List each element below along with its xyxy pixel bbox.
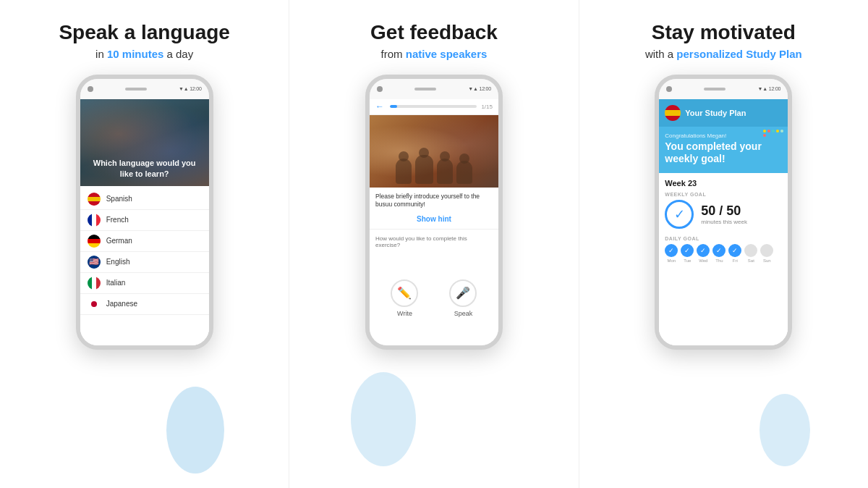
progress-text: 1/15 — [481, 104, 493, 110]
day-sat: Sat — [744, 244, 757, 263]
phone1-status: ▼▲ 12:00 — [179, 86, 202, 91]
phone1-screen: Which language would you like to learn? … — [80, 99, 209, 345]
complete-prompt: How would you like to complete this exer… — [370, 232, 498, 251]
col3-sub-highlight: personalized Study Plan — [676, 48, 801, 60]
lang-item-english[interactable]: 🇺🇸 English — [80, 252, 209, 273]
day-wed-circle: ✓ — [697, 244, 710, 257]
write-label: Write — [397, 310, 412, 317]
phone3-wrapper: ▼▲ 12:00 Your Study Plan Congratulations… — [651, 75, 796, 474]
silhouette-1 — [396, 159, 412, 184]
speak-button[interactable]: 🎤 Speak — [449, 279, 477, 317]
column-1: Speak a language in 10 minutes a day ▼▲ … — [0, 0, 289, 488]
phone1: ▼▲ 12:00 Which language would you like t… — [76, 75, 213, 350]
lang-label-spanish: Spanish — [106, 195, 132, 203]
day-sun-circle — [760, 244, 773, 257]
phone3: ▼▲ 12:00 Your Study Plan Congratulations… — [655, 75, 792, 350]
flag-english: 🇺🇸 — [88, 256, 101, 269]
lang-item-italian[interactable]: Italian — [80, 273, 209, 294]
day-wed-label: Wed — [699, 258, 707, 263]
day-fri-label: Fri — [733, 258, 738, 263]
lang-label-italian: Italian — [106, 279, 126, 287]
phone2-screen: ← 1/15 — [370, 99, 498, 345]
col2-heading: Get feedback — [370, 20, 498, 45]
phone1-speaker — [125, 88, 147, 91]
day-tue-label: Tue — [684, 258, 691, 263]
phone2-nav: ← 1/15 — [370, 99, 498, 115]
phone1-hero: Which language would you like to learn? — [80, 99, 209, 186]
confetti-decoration — [763, 130, 785, 137]
day-thu-label: Thu — [715, 258, 723, 263]
show-hint-button[interactable]: Show hint — [370, 212, 498, 226]
phone2-status: ▼▲ 12:00 — [468, 86, 491, 91]
day-mon: ✓ Mon — [665, 244, 678, 263]
language-list: Spanish French German 🇺🇸 — [80, 186, 209, 345]
day-tue: ✓ Tue — [681, 244, 694, 263]
people-silhouettes — [370, 155, 498, 188]
study-plan-body: Week 23 WEEKLY GOAL ✓ 50 / 50 minutes th… — [659, 173, 788, 345]
lang-label-german: German — [106, 237, 132, 245]
col2-sub-highlight: native speakers — [406, 48, 488, 60]
phone2-wrapper: ▼▲ 12:00 ← 1/15 — [362, 75, 506, 474]
lang-item-japanese[interactable]: Japanese — [80, 294, 209, 315]
col1-subheading: in 10 minutes a day — [95, 48, 193, 60]
day-thu-circle: ✓ — [712, 244, 726, 257]
phone2-speaker — [414, 88, 436, 91]
weekly-minutes: 50 / 50 minutes this week — [701, 203, 747, 225]
phone2-top-bar: ▼▲ 12:00 — [370, 79, 498, 99]
day-sat-circle — [744, 244, 757, 257]
back-arrow-icon[interactable]: ← — [375, 101, 384, 112]
phone2: ▼▲ 12:00 ← 1/15 — [365, 75, 503, 350]
daily-goals-row: ✓ Mon ✓ Tue ✓ Wed — [665, 244, 782, 263]
write-icon: ✏️ — [391, 279, 418, 307]
day-sun-label: Sun — [763, 258, 771, 263]
flag-japanese — [88, 298, 101, 311]
daily-goal-label: DAILY GOAL — [665, 236, 782, 241]
flag-italian — [88, 277, 101, 290]
exercise-divider — [370, 229, 498, 230]
week-label: Week 23 — [665, 179, 782, 188]
col1-heading: Speak a language — [59, 20, 230, 45]
lang-label-french: French — [106, 216, 129, 224]
phone2-camera — [377, 86, 383, 92]
flag-german — [88, 235, 101, 248]
exercise-buttons: ✏️ Write 🎤 Speak — [370, 251, 498, 345]
col1-sub-plain2: a day — [163, 48, 193, 60]
phone1-top-bar: ▼▲ 12:00 — [80, 79, 209, 99]
phone2-photo — [370, 115, 498, 188]
flag-french — [88, 214, 101, 227]
day-wed: ✓ Wed — [697, 244, 710, 263]
col1-sub-highlight: 10 minutes — [107, 48, 163, 60]
lang-item-spanish[interactable]: Spanish — [80, 189, 209, 210]
phone1-question: Which language would you like to learn? — [86, 158, 203, 180]
speak-icon: 🎤 — [449, 279, 477, 307]
flag-spanish — [88, 193, 101, 206]
day-fri: ✓ Fri — [728, 244, 741, 263]
study-plan-congrats: Congratulations Megan! You completed you… — [659, 127, 788, 173]
weekly-minutes-num: 50 / 50 — [701, 203, 747, 219]
phone3-camera — [666, 86, 672, 92]
column-3: Stay motivated with a personalized Study… — [579, 0, 868, 488]
study-plan-header: Your Study Plan — [659, 99, 788, 127]
day-sat-label: Sat — [748, 258, 754, 263]
phone3-speaker — [704, 88, 726, 91]
spain-flag-icon — [665, 105, 681, 121]
col2-subheading: from native speakers — [381, 48, 488, 60]
column-2: Get feedback from native speakers ▼▲ 12:… — [289, 0, 579, 488]
lang-item-french[interactable]: French — [80, 210, 209, 231]
study-plan-title: Your Study Plan — [685, 109, 746, 117]
write-button[interactable]: ✏️ Write — [391, 279, 418, 317]
silhouette-2 — [415, 155, 433, 184]
silhouette-4 — [456, 161, 472, 184]
lang-label-english: English — [106, 258, 130, 266]
main-container: Speak a language in 10 minutes a day ▼▲ … — [0, 0, 868, 488]
weekly-minutes-label: minutes this week — [701, 219, 747, 225]
progress-bar — [390, 105, 477, 108]
check-circle-icon: ✓ — [665, 200, 694, 229]
day-thu: ✓ Thu — [712, 244, 726, 263]
day-mon-circle: ✓ — [665, 244, 678, 257]
lang-item-german[interactable]: German — [80, 231, 209, 252]
phone3-status: ▼▲ 12:00 — [758, 86, 781, 91]
weekly-goal-row: ✓ 50 / 50 minutes this week — [665, 200, 782, 229]
col3-sub-plain1: with a — [645, 48, 676, 60]
phone1-wrapper: ▼▲ 12:00 Which language would you like t… — [72, 75, 217, 474]
